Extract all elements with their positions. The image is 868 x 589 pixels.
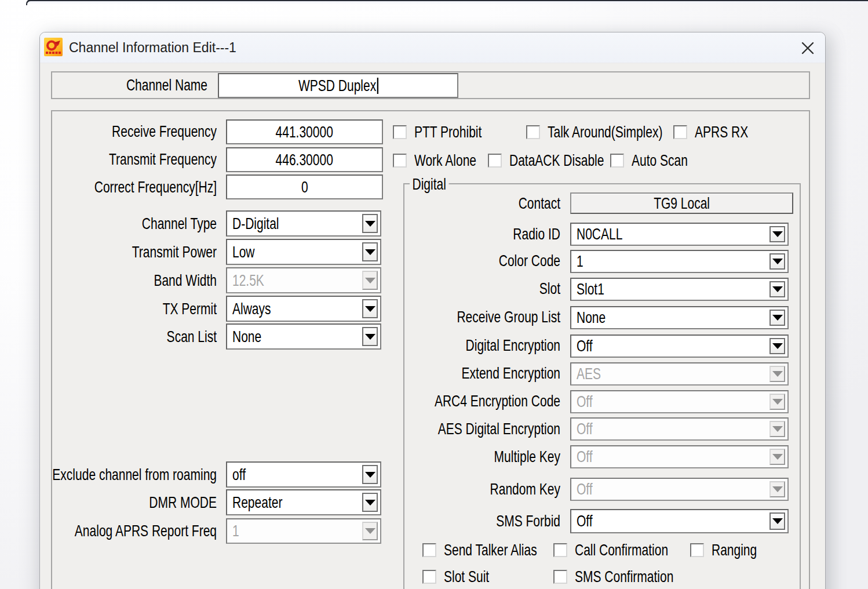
dmr-mode-value: Repeater — [232, 490, 369, 514]
digital-encryption-value: Off — [577, 336, 761, 357]
exclude-roaming-combobox[interactable]: off — [226, 461, 381, 488]
checkbox-box[interactable] — [673, 125, 687, 139]
field-text: TG9 Local — [654, 194, 710, 213]
scan-list-dropdown-button[interactable] — [362, 327, 378, 346]
extend-encryption-dropdown-button — [769, 366, 785, 382]
multiple-key-combobox: Off — [570, 445, 789, 468]
chevron-down-icon — [772, 315, 783, 321]
digital-encryption-combobox[interactable]: Off — [570, 335, 789, 358]
checkbox-box[interactable] — [610, 154, 624, 168]
chevron-down-icon — [772, 454, 783, 460]
transmit-power-value: Low — [232, 240, 369, 264]
checkbox-call-confirmation[interactable]: Call Confirmation — [553, 543, 699, 557]
checkbox-label[interactable]: Work Alone — [414, 152, 476, 169]
chevron-down-icon — [772, 259, 783, 264]
close-icon — [801, 41, 815, 55]
close-button[interactable] — [795, 35, 820, 61]
analog-aprs-freq-combobox: 1 — [226, 518, 381, 544]
band-width-combobox: 12.5K — [226, 267, 381, 293]
receive-group-list-combobox[interactable]: None — [570, 306, 789, 329]
analog-aprs-freq-value: 1 — [232, 519, 369, 543]
label-transmit-power: Transmit Power — [52, 243, 217, 261]
correct-frequency-input[interactable]: 0 — [226, 174, 383, 199]
dialog-titlebar[interactable]: Channel Information Edit---1 — [40, 32, 825, 63]
chevron-down-icon — [365, 500, 375, 506]
tx-permit-dropdown-button[interactable] — [362, 299, 378, 318]
digital-group-label: Digital — [410, 176, 448, 193]
tx-permit-combobox[interactable]: Always — [226, 296, 381, 322]
extend-encryption-value: AES — [577, 363, 761, 384]
checkbox-auto-scan[interactable]: Auto Scan — [610, 154, 706, 168]
checkbox-label[interactable]: DataACK Disable — [509, 152, 604, 169]
checkbox-label[interactable]: SMS Confirmation — [575, 568, 673, 586]
label-contact: Contact — [395, 195, 560, 212]
tx-permit-value: Always — [232, 297, 369, 321]
dmr-mode-dropdown-button[interactable] — [362, 493, 378, 512]
checkbox-label[interactable]: Call Confirmation — [575, 541, 668, 559]
aes-digital-encryption-dropdown-button — [769, 421, 785, 437]
checkbox-box[interactable] — [422, 570, 436, 584]
extend-encryption-combobox: AES — [570, 362, 789, 386]
checkbox-label[interactable]: Ranging — [712, 541, 757, 559]
checkbox-box[interactable] — [526, 125, 540, 139]
chevron-down-icon — [772, 426, 783, 432]
transmit-frequency-input[interactable]: 446.30000 — [226, 147, 383, 172]
label-channel-name: Channel Name — [42, 77, 207, 94]
chevron-down-icon — [772, 486, 783, 492]
channel-name-input[interactable]: WPSD Duplex — [218, 73, 458, 98]
checkbox-label[interactable]: Slot Suit — [444, 568, 489, 586]
checkbox-aprs-rx[interactable]: APRS RX — [673, 125, 766, 139]
checkbox-box[interactable] — [553, 570, 567, 584]
checkbox-sms-confirmation[interactable]: SMS Confirmation — [553, 570, 706, 584]
color-code-dropdown-button[interactable] — [769, 253, 785, 270]
label-aes-digital-encryption: AES Digital Encryption — [395, 420, 560, 438]
multiple-key-dropdown-button — [769, 449, 785, 465]
radio-id-dropdown-button[interactable] — [769, 226, 785, 242]
exclude-roaming-dropdown-button[interactable] — [362, 465, 378, 484]
checkbox-box[interactable] — [393, 154, 407, 168]
chevron-down-icon — [365, 306, 375, 312]
checkbox-slot-suit[interactable]: Slot Suit — [422, 570, 504, 584]
checkbox-ptt-prohibit[interactable]: PTT Prohibit — [393, 125, 504, 139]
checkbox-ranging[interactable]: Ranging — [690, 543, 772, 557]
chevron-down-icon — [365, 221, 375, 227]
checkbox-box[interactable] — [488, 154, 502, 168]
scan-list-combobox[interactable]: None — [226, 323, 381, 350]
color-code-combobox[interactable]: 1 — [570, 250, 789, 273]
sms-forbid-dropdown-button[interactable] — [769, 512, 785, 530]
label-slot: Slot — [395, 280, 560, 297]
label-receive-frequency: Receive Frequency — [52, 123, 217, 140]
label-receive-group-list: Receive Group List — [395, 308, 560, 326]
checkbox-send-talker-alias[interactable]: Send Talker Alias — [422, 543, 568, 557]
receive-frequency-value: 441.30000 — [276, 123, 333, 141]
checkbox-label[interactable]: Auto Scan — [632, 152, 688, 169]
sms-forbid-value: Off — [577, 510, 761, 532]
label-arc4-code: ARC4 Encryption Code — [395, 392, 560, 410]
checkbox-box[interactable] — [393, 125, 407, 139]
transmit-power-dropdown-button[interactable] — [362, 242, 378, 261]
checkbox-label[interactable]: Send Talker Alias — [444, 541, 537, 559]
checkbox-box[interactable] — [690, 543, 704, 557]
checkbox-label[interactable]: PTT Prohibit — [414, 123, 482, 141]
checkbox-label[interactable]: Talk Around(Simplex) — [548, 123, 662, 141]
channel-type-combobox[interactable]: D-Digital — [226, 210, 381, 237]
contact-button[interactable]: TG9 Local — [570, 192, 793, 214]
radio-id-combobox[interactable]: N0CALL — [570, 223, 789, 246]
channel-type-dropdown-button[interactable] — [362, 214, 378, 233]
checkbox-box[interactable] — [553, 543, 567, 557]
dmr-mode-combobox[interactable]: Repeater — [226, 489, 381, 515]
exclude-roaming-value: off — [232, 463, 369, 486]
chevron-down-icon — [772, 231, 783, 237]
receive-group-list-dropdown-button[interactable] — [769, 310, 785, 326]
checkbox-work-alone[interactable]: Work Alone — [393, 154, 497, 168]
receive-frequency-input[interactable]: 441.30000 — [226, 119, 383, 144]
checkbox-box[interactable] — [422, 543, 436, 557]
sms-forbid-combobox[interactable]: Off — [570, 509, 789, 533]
digital-encryption-dropdown-button[interactable] — [769, 338, 785, 354]
slot-combobox[interactable]: Slot1 — [570, 278, 789, 301]
checkbox-label[interactable]: APRS RX — [695, 123, 748, 141]
slot-dropdown-button[interactable] — [769, 281, 785, 297]
field-text: 0 — [301, 178, 308, 197]
label-multiple-key: Multiple Key — [395, 448, 560, 466]
transmit-power-combobox[interactable]: Low — [226, 239, 381, 265]
